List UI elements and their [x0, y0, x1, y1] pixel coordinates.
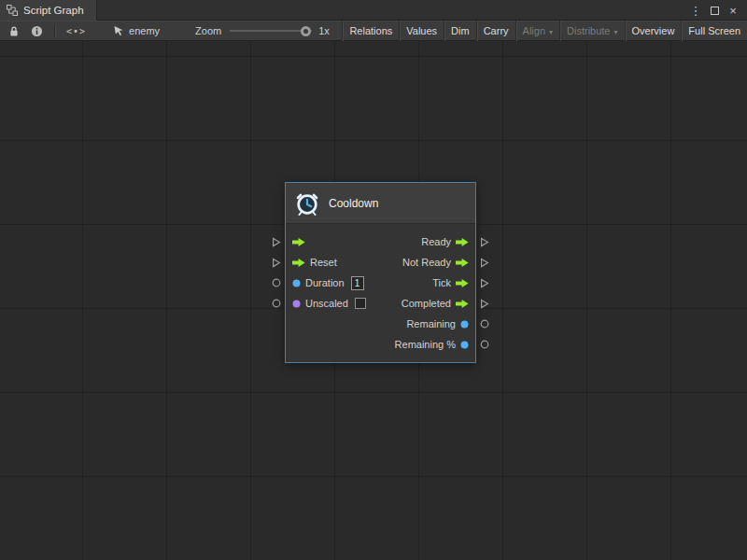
flow-connector-handle[interactable]	[480, 278, 489, 288]
flow-connector-handle[interactable]	[272, 258, 281, 268]
graph-canvas[interactable]: Cooldown ReadyResetNot ReadyDuration1Tic…	[0, 41, 747, 560]
node-row: UnscaledCompleted	[286, 293, 475, 314]
toolbar-button-values[interactable]: Values	[399, 21, 444, 41]
output-port-label: Not Ready	[402, 257, 451, 268]
tab-script-graph[interactable]: Script Graph	[0, 0, 97, 21]
toolbar-button-relations[interactable]: Relations	[342, 21, 399, 41]
graph-target-label: enemy	[129, 25, 160, 36]
output-port-label: Completed	[402, 298, 451, 309]
connector-slot	[265, 231, 285, 252]
zoom-label: Zoom	[195, 25, 221, 36]
cooldown-node-header[interactable]: Cooldown	[286, 183, 475, 224]
connector-slot	[265, 273, 285, 293]
flow-connector-handle[interactable]	[272, 237, 281, 247]
dropdown-caret-icon: ▾	[549, 28, 553, 36]
zoom-slider-track	[230, 30, 312, 32]
pointer-icon	[113, 25, 124, 36]
dropdown-caret-icon: ▾	[614, 28, 618, 36]
connector-slot	[476, 334, 496, 355]
output-connector-column	[476, 182, 496, 355]
alarm-clock-icon	[295, 191, 319, 216]
toolbar-separator	[54, 25, 55, 37]
toolbar-button-carry[interactable]: Carry	[476, 21, 515, 41]
flow-port-icon	[456, 237, 469, 247]
value-port-icon	[460, 320, 469, 329]
value-connector-handle[interactable]	[480, 340, 489, 349]
input-port-label: Unscaled	[305, 298, 348, 309]
output-port-label: Ready	[421, 236, 451, 247]
connector-slot	[476, 293, 496, 314]
flow-connector-handle[interactable]	[480, 258, 489, 268]
unscaled-checkbox[interactable]	[355, 298, 366, 309]
duration-input[interactable]: 1	[351, 276, 364, 290]
zoom-value: 1x	[318, 25, 330, 36]
connector-slot	[265, 252, 285, 273]
flow-port-icon	[456, 278, 469, 288]
zoom-slider-handle[interactable]	[301, 26, 311, 36]
input-connector-column	[265, 182, 285, 355]
node-row: Remaining	[286, 314, 475, 334]
cooldown-node-body: ReadyResetNot ReadyDuration1TickUnscaled…	[286, 224, 475, 362]
connector-slot	[265, 314, 285, 334]
window-menu-icon[interactable]: ⋮	[687, 2, 704, 19]
flow-connector-handle[interactable]	[480, 237, 489, 247]
connector-slot	[265, 334, 285, 355]
connector-slot	[476, 252, 496, 273]
value-connector-handle[interactable]	[272, 278, 281, 287]
window-controls: ⋮ ×	[687, 0, 747, 21]
value-port-icon	[460, 341, 469, 349]
code-icon[interactable]: <•>	[63, 21, 89, 41]
node-row: ResetNot Ready	[286, 252, 475, 273]
cooldown-node[interactable]: Cooldown ReadyResetNot ReadyDuration1Tic…	[285, 182, 476, 363]
node-title: Cooldown	[329, 197, 378, 210]
toolbar-button-distribute[interactable]: Distribute▾	[559, 21, 624, 41]
bool-port-icon	[292, 300, 301, 308]
toolbar-button-group: RelationsValuesDimCarryAlign▾Distribute▾…	[342, 21, 747, 41]
output-port-label: Remaining	[406, 318, 456, 329]
tab-title: Script Graph	[23, 5, 84, 16]
value-connector-handle[interactable]	[480, 319, 489, 329]
input-port-label: Reset	[310, 257, 337, 268]
toolbar-button-align[interactable]: Align▾	[515, 21, 559, 41]
zoom-slider[interactable]	[230, 25, 312, 37]
graph-target[interactable]: enemy	[113, 25, 160, 36]
cooldown-node-wrapper: Cooldown ReadyResetNot ReadyDuration1Tic…	[265, 182, 496, 363]
connector-slot	[265, 293, 285, 314]
toolbar-button-full-screen[interactable]: Full Screen	[681, 21, 747, 41]
maximize-icon[interactable]	[706, 2, 723, 19]
value-connector-handle[interactable]	[272, 299, 281, 308]
connector-slot	[476, 314, 496, 334]
flow-port-icon	[456, 299, 469, 309]
flow-port-icon	[292, 237, 305, 247]
connector-slot	[476, 273, 496, 293]
node-row: Remaining %	[286, 334, 475, 355]
lock-icon[interactable]	[6, 21, 22, 41]
info-icon[interactable]	[28, 21, 46, 41]
titlebar: Script Graph ⋮ ×	[0, 0, 747, 21]
input-port-label: Duration	[305, 277, 345, 288]
value-port-icon	[292, 279, 301, 287]
toolbar-button-dim[interactable]: Dim	[444, 21, 476, 41]
flow-connector-handle[interactable]	[480, 299, 489, 309]
close-icon[interactable]: ×	[725, 2, 741, 19]
toolbar: <•> enemy Zoom 1x RelationsValuesDimCarr…	[0, 21, 747, 41]
connector-slot	[476, 231, 496, 252]
flow-port-icon	[456, 258, 469, 268]
output-port-label: Tick	[432, 277, 451, 288]
node-row: Duration1Tick	[286, 273, 475, 293]
toolbar-button-overview[interactable]: Overview	[625, 21, 682, 41]
node-row: Ready	[286, 231, 475, 252]
script-graph-icon	[7, 5, 18, 16]
output-port-label: Remaining %	[395, 339, 456, 350]
flow-port-icon	[292, 258, 305, 268]
